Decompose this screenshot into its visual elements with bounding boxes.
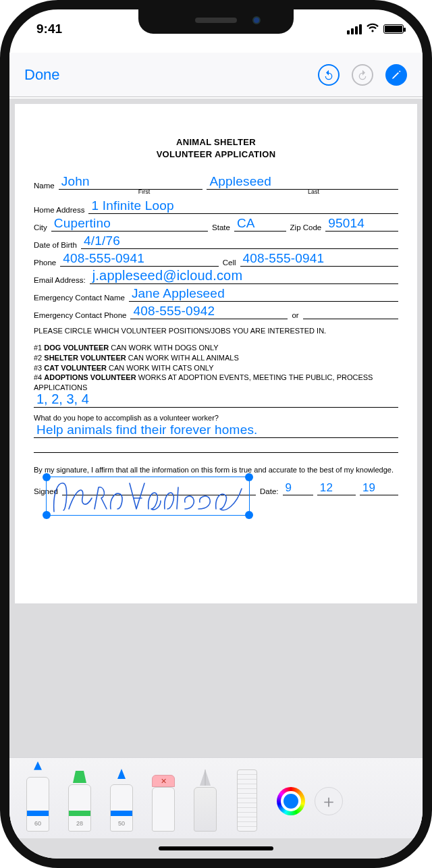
doc-title-1: ANIMAL SHELTER xyxy=(34,136,398,148)
label-state: State xyxy=(212,223,230,232)
position-row: #3 CAT VOLUNTEER CAN WORK WITH CATS ONLY xyxy=(34,363,398,373)
undo-button[interactable] xyxy=(317,63,340,86)
pencil-tip-icon xyxy=(113,768,130,784)
add-annotation-button[interactable]: ＋ xyxy=(315,787,343,815)
signature-stroke xyxy=(50,479,247,513)
wifi-icon xyxy=(366,22,379,36)
label-email: Email Address: xyxy=(34,276,86,284)
document-page: ANIMAL SHELTER VOLUNTEER APPLICATION Nam… xyxy=(15,104,417,603)
pencil-size: 50 xyxy=(118,820,125,827)
label-city: City xyxy=(34,223,47,232)
tool-eraser[interactable]: ✕ xyxy=(147,761,180,832)
label-home-address: Home Address xyxy=(34,206,84,214)
value-ec-name: Jane Appleseed xyxy=(132,286,225,301)
marker-tip-icon xyxy=(70,769,89,784)
tool-palette: 60 28 50 ✕ ＋ xyxy=(9,757,423,838)
current-color-swatch xyxy=(284,794,298,809)
status-time: 9:41 xyxy=(36,22,62,36)
value-sign-year: 19 xyxy=(362,481,375,495)
value-last-name: Appleseed xyxy=(209,174,271,189)
value-dob: 4/1/76 xyxy=(84,234,120,248)
value-sign-day: 12 xyxy=(320,481,333,495)
position-row: #2 SHELTER VOLUNTEER CAN WORK WITH ALL A… xyxy=(34,353,398,363)
value-sign-month: 9 xyxy=(286,481,292,495)
label-dob: Date of Birth xyxy=(34,241,77,249)
label-zip: Zip Code xyxy=(290,223,322,232)
tool-lasso[interactable] xyxy=(189,761,221,832)
document-canvas[interactable]: ANIMAL SHELTER VOLUNTEER APPLICATION Nam… xyxy=(9,99,423,859)
label-phone: Phone xyxy=(34,259,56,267)
value-phone: 408-555-0941 xyxy=(63,251,144,266)
value-first-name: John xyxy=(61,174,90,189)
value-zip: 95014 xyxy=(328,216,364,231)
lasso-tip-icon xyxy=(197,768,213,787)
label-ec-phone: Emergency Contact Phone xyxy=(34,311,126,319)
doc-title-2: VOLUNTEER APPLICATION xyxy=(34,148,398,161)
pen-tip-icon xyxy=(30,761,46,777)
position-row: #1 DOG VOLUNTEER CAN WORK WITH DOGS ONLY xyxy=(34,343,398,353)
tool-pencil[interactable]: 50 xyxy=(105,761,138,832)
tool-ruler[interactable] xyxy=(231,761,263,832)
hope-question: What do you hope to accomplish as a volu… xyxy=(34,413,398,423)
home-indicator[interactable] xyxy=(159,846,273,850)
value-cell: 408-555-0941 xyxy=(243,251,325,266)
value-ec-phone: 408-555-0942 xyxy=(133,304,215,319)
pen-size: 60 xyxy=(34,820,41,827)
tool-pen[interactable]: 60 xyxy=(22,761,54,832)
label-or: or xyxy=(292,311,298,319)
value-home-address: 1 Infinite Loop xyxy=(91,198,173,213)
label-date: Date: xyxy=(260,487,279,495)
battery-icon xyxy=(383,24,404,34)
cellular-icon xyxy=(347,24,362,34)
marker-size: 28 xyxy=(76,820,83,827)
value-email: j.appleseed@icloud.com xyxy=(92,268,243,283)
label-cell: Cell xyxy=(223,259,236,267)
value-choices: 1, 2, 3, 4 xyxy=(36,391,89,407)
phone-frame: 9:41 Done ANIMAL SHELTER xyxy=(0,0,432,868)
affirmation-text: By my signature, I affirm that all the i… xyxy=(34,465,398,475)
markup-pen-button[interactable] xyxy=(385,63,408,86)
value-state: CA xyxy=(237,216,255,231)
color-picker[interactable] xyxy=(277,787,305,815)
tool-marker[interactable]: 28 xyxy=(63,761,96,832)
positions-intro: PLEASE CIRCLE WHICH VOLUNTEER POSITIONS/… xyxy=(34,326,398,336)
done-button[interactable]: Done xyxy=(24,66,60,84)
value-hope: Help animals find their forever homes. xyxy=(36,423,258,437)
redo-button[interactable] xyxy=(351,63,374,86)
position-row: #4 ADOPTIONS VOLUNTEER WORKS AT ADOPTION… xyxy=(34,373,398,393)
label-ec-name: Emergency Contact Name xyxy=(34,294,125,302)
status-bar: 9:41 xyxy=(9,15,423,42)
value-city: Cupertino xyxy=(54,216,111,231)
markup-toolbar: Done xyxy=(9,53,423,97)
